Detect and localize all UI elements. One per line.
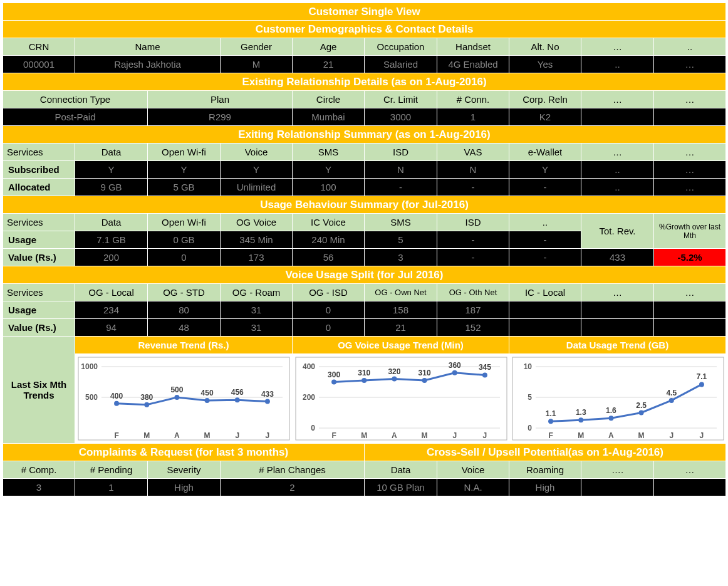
svg-point-38 — [452, 370, 457, 375]
svg-text:500: 500 — [85, 393, 98, 402]
svg-text:456: 456 — [231, 388, 244, 397]
svg-text:J: J — [483, 431, 487, 440]
customer-single-view-table: Customer Single View Customer Demographi… — [3, 3, 726, 496]
growth-cell: -5.2% — [654, 249, 726, 266]
trends-label: Last Six Mth Trends — [3, 337, 75, 444]
svg-point-11 — [205, 398, 210, 403]
svg-point-55 — [548, 419, 553, 424]
svg-text:310: 310 — [358, 369, 370, 377]
svg-text:400: 400 — [110, 392, 123, 400]
subscribed-row: Subscribed Y Y Y Y N N Y .. … — [3, 161, 726, 179]
svg-rect-48 — [512, 357, 724, 440]
svg-text:400: 400 — [303, 362, 315, 371]
svg-text:J: J — [700, 431, 704, 440]
page-title: Customer Single View — [3, 3, 726, 21]
svg-point-13 — [235, 397, 240, 402]
svg-point-9 — [174, 395, 179, 400]
svg-text:300: 300 — [328, 370, 340, 379]
usage-headers: Services Data Open Wi-fi OG Voice IC Voi… — [3, 214, 726, 231]
chart-data: 05101.11.31.62.54.57.1FMAMJJ — [509, 354, 726, 444]
svg-text:F: F — [548, 431, 553, 440]
svg-text:M: M — [638, 431, 645, 440]
section-voice-title: Voice Usage Split (for Jul 2016) — [3, 266, 726, 284]
bottom-values: 3 1 High 2 10 GB Plan N.A. High — [3, 479, 726, 496]
section-relationship-title: Existing Relationship Details (as on 1-A… — [3, 73, 726, 91]
svg-text:M: M — [422, 431, 428, 440]
svg-point-5 — [114, 401, 119, 406]
svg-text:M: M — [361, 431, 367, 440]
svg-point-7 — [144, 402, 149, 407]
svg-text:345: 345 — [479, 363, 491, 372]
svg-text:10: 10 — [524, 362, 533, 371]
svg-text:1.1: 1.1 — [546, 409, 556, 418]
svg-text:500: 500 — [170, 385, 183, 394]
svg-text:0: 0 — [311, 424, 315, 432]
svg-text:1000: 1000 — [81, 362, 98, 371]
svg-text:200: 200 — [303, 393, 315, 402]
svg-text:M: M — [578, 431, 584, 440]
svg-point-15 — [265, 399, 270, 404]
chart-voice: 0200400300310320310360345FMAMJJ — [293, 354, 509, 444]
svg-point-30 — [331, 380, 336, 385]
chart-title-data: Data Usage Trend (GB) — [509, 337, 726, 354]
svg-text:4.5: 4.5 — [666, 389, 677, 397]
voice-value-row: Value (Rs.) 94 48 31 0 21 152 — [3, 319, 726, 337]
svg-text:5: 5 — [528, 393, 532, 402]
svg-text:1.6: 1.6 — [606, 406, 616, 415]
section-usage-title: Usage Behaviour Summary (for Jul-2016) — [3, 196, 726, 214]
svg-text:J: J — [266, 431, 270, 440]
relationship-values: Post-Paid R299 Mumbai 3000 1 K2 — [3, 108, 726, 126]
svg-text:A: A — [174, 431, 180, 440]
svg-text:0: 0 — [528, 424, 532, 432]
svg-text:320: 320 — [388, 367, 400, 376]
svg-text:380: 380 — [140, 393, 153, 402]
svg-text:A: A — [608, 431, 614, 440]
svg-point-65 — [699, 382, 704, 387]
svg-text:J: J — [669, 431, 673, 440]
svg-point-63 — [669, 398, 674, 403]
svg-text:7.1: 7.1 — [697, 372, 707, 381]
svg-text:310: 310 — [419, 369, 431, 377]
svg-point-40 — [482, 372, 487, 377]
svg-point-32 — [361, 378, 367, 383]
chart-title-voice: OG Voice Usage Trend (Min) — [293, 337, 509, 354]
voice-headers: Services OG - Local OG - STD OG - Roam O… — [3, 284, 726, 301]
svg-text:A: A — [392, 431, 397, 440]
chart-revenue: 5001000400380500450456433FMAMJJ — [75, 354, 293, 444]
section-crosssell-title: Cross-Sell / Upsell Potential(as on 1-Au… — [365, 444, 726, 461]
svg-text:450: 450 — [201, 389, 214, 397]
svg-point-34 — [392, 377, 397, 382]
svg-text:F: F — [114, 431, 118, 440]
value-row: Value (Rs.) 200 0 173 56 3 - - 433 -5.2% — [3, 249, 726, 266]
svg-text:F: F — [331, 431, 336, 440]
demographics-headers: CRN Name Gender Age Occupation Handset A… — [3, 38, 726, 56]
svg-text:M: M — [143, 431, 150, 440]
svg-text:M: M — [204, 431, 211, 440]
svg-text:J: J — [235, 431, 239, 440]
section-summary-title: Exiting Relationship Summary (as on 1-Au… — [3, 126, 726, 144]
allocated-row: Allocated 9 GB 5 GB Unlimited 100 - - - … — [3, 179, 726, 196]
svg-text:2.5: 2.5 — [636, 401, 647, 410]
demographics-values: 000001 Rajesh Jakhotia M 21 Salaried 4G … — [3, 56, 726, 73]
svg-text:360: 360 — [449, 361, 461, 370]
bottom-headers: # Comp. # Pending Severity # Plan Change… — [3, 461, 726, 479]
section-demographics-title: Customer Demographics & Contact Details — [3, 21, 726, 38]
summary-headers: Services Data Open Wi-fi Voice SMS ISD V… — [3, 144, 726, 161]
svg-point-59 — [608, 416, 613, 421]
section-complaints-title: Complaints & Request (for last 3 months) — [3, 444, 365, 461]
relationship-headers: Connection Type Plan Circle Cr. Limit # … — [3, 91, 726, 108]
voice-usage-row: Usage 234 80 31 0 158 187 — [3, 301, 726, 319]
svg-text:433: 433 — [261, 390, 274, 399]
svg-point-57 — [578, 417, 583, 422]
svg-point-36 — [422, 378, 427, 383]
chart-title-revenue: Revenue Trend (Rs.) — [75, 337, 293, 354]
svg-text:J: J — [452, 431, 457, 440]
svg-text:1.3: 1.3 — [576, 408, 586, 417]
svg-point-61 — [639, 411, 644, 416]
